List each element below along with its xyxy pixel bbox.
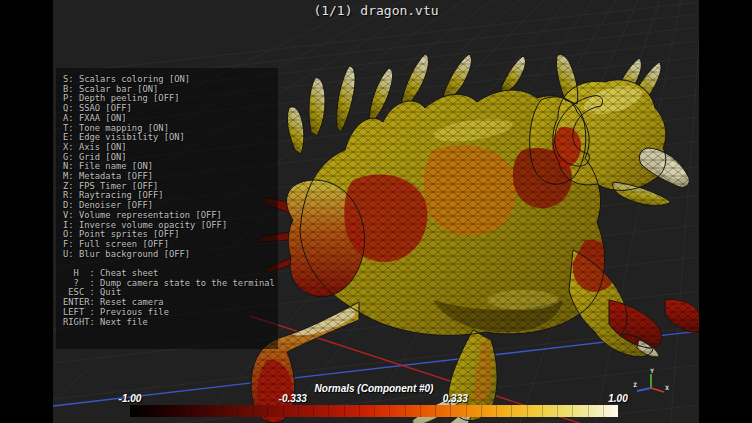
x-axis-label: X	[665, 384, 669, 391]
scalar-bar-tick-low: -0.333	[279, 393, 307, 404]
cheat-sheet-line: RIGHT: Next file	[63, 318, 278, 328]
scalar-bar-title: Normals (Component #0)	[315, 383, 434, 394]
letterbox-left	[0, 0, 53, 423]
cheat-sheet-line: U: Blur background [OFF]	[63, 250, 278, 260]
y-axis-label: Y	[650, 367, 654, 374]
cheat-sheet-panel: S: Scalars coloring [ON] B: Scalar bar […	[56, 68, 278, 349]
file-name-display: (1/1) dragon.vtu	[53, 3, 699, 18]
scalar-bar-tick-high: 0.333	[443, 393, 468, 404]
z-axis-label: Z	[633, 381, 637, 388]
orientation-axes-widget: Y X Z	[628, 366, 674, 412]
scalar-bar-tick-min: -1.00	[119, 393, 142, 404]
x-axis-arm	[651, 388, 664, 392]
letterbox-right	[699, 0, 752, 423]
scalar-bar-tick-max: 1.00	[608, 393, 627, 404]
z-axis-arm	[637, 388, 651, 391]
render-viewport[interactable]: (1/1) dragon.vtu S: Scalars coloring [ON…	[53, 0, 699, 423]
screenshot-root: (1/1) dragon.vtu S: Scalars coloring [ON…	[0, 0, 752, 423]
scalar-bar-colormap	[130, 405, 618, 417]
scalar-bar: Normals (Component #0) -1.00 -0.333 0.33…	[130, 383, 618, 419]
